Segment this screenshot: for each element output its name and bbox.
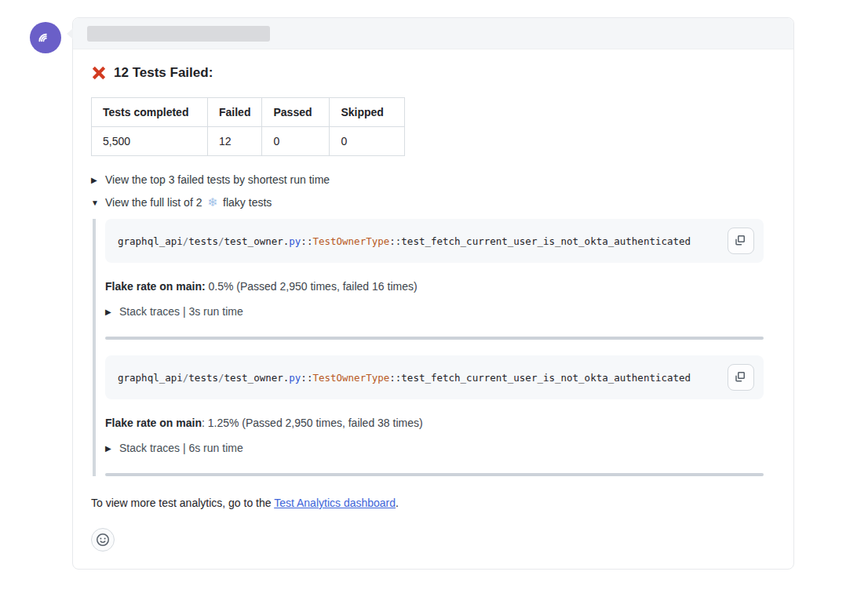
smiley-icon [97,533,109,546]
triangle-down-icon: ▼ [91,198,100,207]
flake-rate-line: Flake rate on main: 1.25% (Passed 2,950 … [105,417,764,429]
flake-rate-label: Flake rate on main [105,417,202,429]
disclosure-flaky-tests[interactable]: ▼ View the full list of 2 ❄ flaky tests [91,195,764,209]
test-path: graphql_api/tests/test_owner.py::TestOwn… [118,235,718,247]
page: 12 Tests Failed: Tests completed Failed … [0,0,868,608]
col-header-tests-completed: Tests completed [92,98,208,127]
col-header-passed: Passed [262,98,330,127]
triangle-right-icon: ▶ [105,308,114,316]
flaky-tests-section: graphql_api/tests/test_owner.py::TestOwn… [93,219,764,476]
cell-failed: 12 [208,127,262,156]
comment-body: 12 Tests Failed: Tests completed Failed … [73,49,793,569]
divider [105,473,764,476]
stack-traces-label: Stack traces | 6s run time [119,442,243,454]
cell-tests-completed: 5,500 [92,127,208,156]
sentry-logo-icon [36,28,55,47]
copy-button[interactable] [728,364,754,391]
triangle-right-icon: ▶ [105,444,114,453]
disclosure-stack-traces[interactable]: ▶ Stack traces | 6s run time [105,442,764,454]
speech-bubble-arrow [67,28,73,39]
footer-text-before: To view more test analytics, go to the [91,497,274,509]
flake-rate-line: Flake rate on main: 0.5% (Passed 2,950 t… [105,280,764,293]
test-analytics-dashboard-link[interactable]: Test Analytics dashboard [274,497,396,509]
cell-skipped: 0 [330,127,405,156]
bot-avatar [30,22,61,53]
fail-x-icon [91,65,107,81]
stack-traces-label: Stack traces | 3s run time [119,305,243,318]
table-row: 5,500 12 0 0 [92,127,405,156]
divider [105,337,764,340]
cell-passed: 0 [262,127,330,156]
comment-card: 12 Tests Failed: Tests completed Failed … [72,17,794,570]
test-path-block: graphql_api/tests/test_owner.py::TestOwn… [105,219,764,263]
flake-rate-label: Flake rate on main: [105,280,206,293]
footer-note: To view more test analytics, go to the T… [91,497,764,509]
copy-button[interactable] [728,228,754,254]
disclosure-top-failed-tests[interactable]: ▶ View the top 3 failed tests by shortes… [91,173,764,186]
footer-text-after: . [396,497,399,509]
disclosure-label: View the top 3 failed tests by shortest … [105,173,330,186]
redacted-author-placeholder [87,26,270,42]
triangle-right-icon: ▶ [91,176,100,184]
test-path: graphql_api/tests/test_owner.py::TestOwn… [118,372,718,384]
flake-rate-value: 0.5% (Passed 2,950 times, failed 16 time… [206,280,418,293]
comment-header [73,18,793,49]
flake-rate-value: : 1.25% (Passed 2,950 times, failed 38 t… [202,417,423,429]
copy-icon [735,371,747,384]
col-header-skipped: Skipped [330,98,405,127]
table-header-row: Tests completed Failed Passed Skipped [92,98,405,127]
disclosure-label-after: flaky tests [223,196,272,209]
result-heading: 12 Tests Failed: [91,65,764,81]
snowflake-icon: ❄ [207,195,217,209]
test-stats-table: Tests completed Failed Passed Skipped 5,… [91,97,405,156]
disclosure-label-before: View the full list of 2 [105,196,202,209]
col-header-failed: Failed [208,98,262,127]
copy-icon [735,235,747,247]
test-path-block: graphql_api/tests/test_owner.py::TestOwn… [105,355,764,399]
add-reaction-button[interactable] [91,528,115,552]
result-title: 12 Tests Failed: [114,65,213,81]
disclosure-stack-traces[interactable]: ▶ Stack traces | 3s run time [105,305,764,318]
